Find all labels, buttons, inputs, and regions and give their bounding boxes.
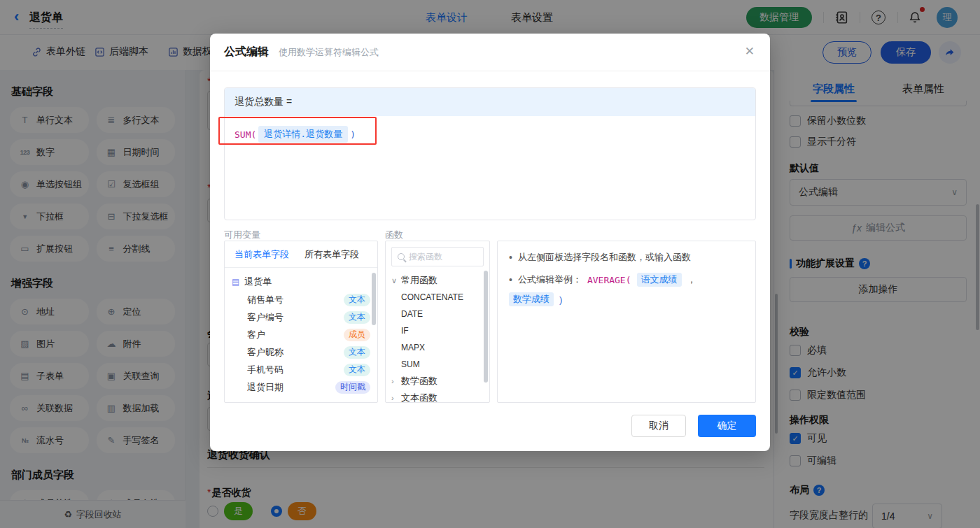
field-type-tag: 文本 (344, 346, 370, 359)
function-item[interactable]: MAPX (386, 339, 489, 356)
chevron-collapsed-icon: › (391, 377, 397, 385)
functions-label: 函数 (385, 229, 403, 241)
function-group-math[interactable]: › 数学函数 (386, 373, 489, 390)
variable-field-row[interactable]: 手机号码 文本 (232, 361, 370, 378)
field-type-tag: 时间戳 (335, 381, 370, 394)
variable-field-row[interactable]: 客户昵称 文本 (232, 343, 370, 361)
tree-root-item[interactable]: ▤ 退货单 (232, 273, 370, 291)
confirm-button[interactable]: 确定 (698, 415, 756, 437)
bullet-icon: • (509, 252, 512, 263)
variable-field-row[interactable]: 客户编号 文本 (232, 308, 370, 326)
example-close-paren: ) (559, 294, 562, 305)
hint-panel: • 从左侧面板选择字段名和函数，或输入函数 • 公式编辑举例： AVERAGE(… (497, 241, 756, 403)
function-item[interactable]: CONCATENATE (386, 289, 489, 306)
hint-line-1: • 从左侧面板选择字段名和函数，或输入函数 (509, 251, 744, 264)
variables-label: 可用变量 (224, 229, 260, 241)
variable-field-row[interactable]: 销售单号 文本 (232, 291, 370, 308)
formula-target: 退货总数量 = (225, 88, 755, 116)
field-chip[interactable]: 退货详情.退货数量 (258, 126, 348, 143)
field-type-tag: 成员 (344, 329, 370, 341)
variable-field-row[interactable]: 客户 成员 (232, 326, 370, 343)
variables-tree: ▤ 退货单 销售单号 文本 客户编号 文本 (225, 268, 377, 401)
hint-line-2: • 公式编辑举例： AVERAGE( 语文成绩 ， 数学成绩 ) (509, 273, 744, 306)
modal-subtitle: 使用数学运算符编辑公式 (279, 46, 379, 59)
formula-editor[interactable]: 退货总数量 = SUM( 退货详情.退货数量 ) (224, 87, 756, 220)
function-item[interactable]: IF (386, 322, 489, 339)
variable-field-row[interactable]: 退货日期 时间戳 (232, 378, 370, 396)
search-icon (398, 253, 405, 260)
search-placeholder: 搜索函数 (409, 251, 442, 263)
tab-all-form-fields[interactable]: 所有表单字段 (304, 248, 359, 261)
modal-header: 公式编辑 使用数学运算符编辑公式 ✕ (210, 34, 770, 71)
function-group-common[interactable]: ∨ 常用函数 (386, 272, 489, 289)
function-group-text[interactable]: › 文本函数 (386, 390, 489, 403)
variables-scrollbar[interactable] (372, 273, 376, 325)
example-function-name: AVERAGE( (587, 275, 631, 285)
functions-scrollbar[interactable] (484, 271, 488, 383)
chevron-expanded-icon: ∨ (391, 276, 397, 285)
formula-editor-modal: 公式编辑 使用数学运算符编辑公式 ✕ 退货总数量 = SUM( 退货详情.退货数… (210, 34, 770, 451)
variables-panel: 当前表单字段 所有表单字段 ▤ 退货单 销售单号 文本 (224, 241, 378, 403)
field-type-tag: 文本 (344, 311, 370, 324)
functions-panel: 搜索函数 ∨ 常用函数 CONCATENATE DATE IF (385, 241, 490, 403)
function-item[interactable]: SUM (386, 356, 489, 373)
formula-expression: SUM( 退货详情.退货数量 ) (225, 116, 755, 152)
chevron-collapsed-icon: › (391, 394, 397, 402)
app-window: ‹ 退货单 表单设计 表单设置 数据管理 ? 理 (0, 0, 980, 528)
function-item[interactable]: DATE (386, 306, 489, 322)
field-type-tag: 文本 (344, 294, 370, 306)
variables-tabs: 当前表单字段 所有表单字段 (225, 241, 377, 268)
cancel-button[interactable]: 取消 (631, 415, 686, 437)
example-chip-2: 数学成绩 (509, 292, 554, 306)
close-icon[interactable]: ✕ (745, 45, 755, 57)
document-icon: ▤ (232, 277, 239, 287)
example-chip-1: 语文成绩 (637, 273, 682, 287)
close-paren: ) (350, 129, 356, 140)
function-name: SUM( (234, 129, 256, 140)
bullet-icon: • (509, 274, 512, 285)
function-search-input[interactable]: 搜索函数 (391, 247, 484, 266)
tab-current-form-fields[interactable]: 当前表单字段 (234, 248, 289, 261)
modal-title: 公式编辑 (224, 45, 269, 59)
field-type-tag: 文本 (344, 364, 370, 376)
